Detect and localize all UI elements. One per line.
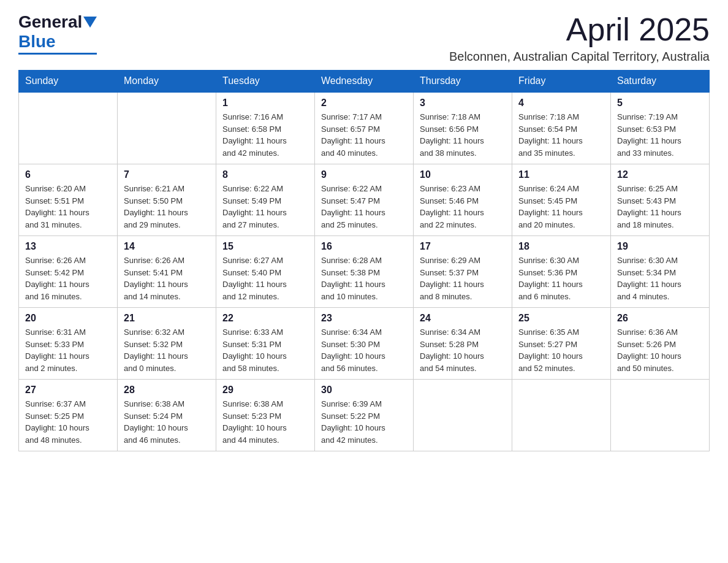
title-section: April 2025 Belconnen, Australian Capital… [449,12,710,64]
day-number: 9 [321,169,407,180]
weekday-header-row: SundayMondayTuesdayWednesdayThursdayFrid… [19,71,710,93]
day-number: 27 [25,385,111,396]
calendar-cell: 11Sunrise: 6:24 AM Sunset: 5:45 PM Dayli… [512,164,611,236]
day-number: 4 [518,98,604,109]
day-info: Sunrise: 6:26 AM Sunset: 5:42 PM Dayligh… [25,255,111,302]
calendar-cell [512,380,611,451]
day-info: Sunrise: 6:23 AM Sunset: 5:46 PM Dayligh… [420,183,506,231]
day-number: 6 [25,169,111,180]
svg-marker-0 [83,17,97,28]
day-number: 28 [124,385,210,396]
day-number: 11 [518,169,604,180]
calendar-cell: 22Sunrise: 6:33 AM Sunset: 5:31 PM Dayli… [216,308,315,380]
calendar-cell: 15Sunrise: 6:27 AM Sunset: 5:40 PM Dayli… [216,236,315,308]
calendar-cell [611,380,710,451]
day-number: 18 [518,241,604,252]
day-info: Sunrise: 6:34 AM Sunset: 5:28 PM Dayligh… [420,326,506,374]
day-info: Sunrise: 6:34 AM Sunset: 5:30 PM Dayligh… [321,326,407,374]
day-info: Sunrise: 6:31 AM Sunset: 5:33 PM Dayligh… [25,326,111,374]
calendar-cell: 24Sunrise: 6:34 AM Sunset: 5:28 PM Dayli… [414,308,512,380]
calendar-cell: 1Sunrise: 7:16 AM Sunset: 6:58 PM Daylig… [216,92,315,164]
day-info: Sunrise: 6:21 AM Sunset: 5:50 PM Dayligh… [124,183,210,231]
calendar-cell: 12Sunrise: 6:25 AM Sunset: 5:43 PM Dayli… [611,164,710,236]
day-number: 3 [420,98,506,109]
day-info: Sunrise: 6:37 AM Sunset: 5:25 PM Dayligh… [25,398,111,446]
calendar-week-row: 1Sunrise: 7:16 AM Sunset: 6:58 PM Daylig… [19,92,710,164]
calendar-cell: 30Sunrise: 6:39 AM Sunset: 5:22 PM Dayli… [315,380,414,451]
calendar-cell: 13Sunrise: 6:26 AM Sunset: 5:42 PM Dayli… [19,236,118,308]
day-number: 29 [222,385,308,396]
day-number: 20 [25,313,111,324]
day-info: Sunrise: 6:22 AM Sunset: 5:47 PM Dayligh… [321,183,407,231]
day-number: 7 [124,169,210,180]
calendar-cell: 26Sunrise: 6:36 AM Sunset: 5:26 PM Dayli… [611,308,710,380]
day-number: 5 [617,98,703,109]
day-info: Sunrise: 7:17 AM Sunset: 6:57 PM Dayligh… [321,111,407,159]
calendar-week-row: 20Sunrise: 6:31 AM Sunset: 5:33 PM Dayli… [19,308,710,380]
calendar-cell [19,92,118,164]
calendar-week-row: 27Sunrise: 6:37 AM Sunset: 5:25 PM Dayli… [19,380,710,451]
day-info: Sunrise: 7:18 AM Sunset: 6:54 PM Dayligh… [518,111,604,159]
calendar-cell: 5Sunrise: 7:19 AM Sunset: 6:53 PM Daylig… [611,92,710,164]
day-info: Sunrise: 7:19 AM Sunset: 6:53 PM Dayligh… [617,111,703,159]
day-info: Sunrise: 7:16 AM Sunset: 6:58 PM Dayligh… [222,111,308,159]
day-info: Sunrise: 7:18 AM Sunset: 6:56 PM Dayligh… [420,111,506,159]
day-info: Sunrise: 6:35 AM Sunset: 5:27 PM Dayligh… [518,326,604,374]
day-number: 1 [222,98,308,109]
calendar-cell [414,380,512,451]
calendar-cell: 16Sunrise: 6:28 AM Sunset: 5:38 PM Dayli… [315,236,414,308]
day-number: 19 [617,241,703,252]
day-number: 15 [222,241,308,252]
calendar-week-row: 6Sunrise: 6:20 AM Sunset: 5:51 PM Daylig… [19,164,710,236]
calendar-cell: 6Sunrise: 6:20 AM Sunset: 5:51 PM Daylig… [19,164,118,236]
calendar-cell: 27Sunrise: 6:37 AM Sunset: 5:25 PM Dayli… [19,380,118,451]
day-info: Sunrise: 6:27 AM Sunset: 5:40 PM Dayligh… [222,255,308,302]
day-number: 2 [321,98,407,109]
calendar-cell: 14Sunrise: 6:26 AM Sunset: 5:41 PM Dayli… [118,236,216,308]
day-number: 12 [617,169,703,180]
day-info: Sunrise: 6:32 AM Sunset: 5:32 PM Dayligh… [124,326,210,374]
day-number: 23 [321,313,407,324]
day-info: Sunrise: 6:22 AM Sunset: 5:49 PM Dayligh… [222,183,308,231]
calendar-cell [118,92,216,164]
calendar-cell: 7Sunrise: 6:21 AM Sunset: 5:50 PM Daylig… [118,164,216,236]
calendar-cell: 8Sunrise: 6:22 AM Sunset: 5:49 PM Daylig… [216,164,315,236]
day-info: Sunrise: 6:38 AM Sunset: 5:23 PM Dayligh… [222,398,308,446]
day-number: 26 [617,313,703,324]
calendar-cell: 3Sunrise: 7:18 AM Sunset: 6:56 PM Daylig… [414,92,512,164]
calendar-cell: 18Sunrise: 6:30 AM Sunset: 5:36 PM Dayli… [512,236,611,308]
day-info: Sunrise: 6:25 AM Sunset: 5:43 PM Dayligh… [617,183,703,231]
logo-underline [18,53,97,55]
logo-triangle-icon [83,17,97,30]
day-info: Sunrise: 6:28 AM Sunset: 5:38 PM Dayligh… [321,255,407,302]
logo-blue-text: Blue [18,32,56,52]
calendar-cell: 29Sunrise: 6:38 AM Sunset: 5:23 PM Dayli… [216,380,315,451]
weekday-header-wednesday: Wednesday [315,71,414,93]
day-info: Sunrise: 6:24 AM Sunset: 5:45 PM Dayligh… [518,183,604,231]
day-info: Sunrise: 6:38 AM Sunset: 5:24 PM Dayligh… [124,398,210,446]
weekday-header-monday: Monday [118,71,216,93]
calendar-cell: 17Sunrise: 6:29 AM Sunset: 5:37 PM Dayli… [414,236,512,308]
day-number: 22 [222,313,308,324]
day-info: Sunrise: 6:29 AM Sunset: 5:37 PM Dayligh… [420,255,506,302]
day-number: 21 [124,313,210,324]
day-info: Sunrise: 6:20 AM Sunset: 5:51 PM Dayligh… [25,183,111,231]
logo-general-text: General [18,12,82,32]
page-header: General Blue April 2025 Belconnen, Austr… [18,12,710,64]
weekday-header-thursday: Thursday [414,71,512,93]
day-number: 17 [420,241,506,252]
calendar-cell: 4Sunrise: 7:18 AM Sunset: 6:54 PM Daylig… [512,92,611,164]
day-info: Sunrise: 6:33 AM Sunset: 5:31 PM Dayligh… [222,326,308,374]
calendar-cell: 20Sunrise: 6:31 AM Sunset: 5:33 PM Dayli… [19,308,118,380]
day-number: 8 [222,169,308,180]
logo: General Blue [18,12,97,55]
day-info: Sunrise: 6:36 AM Sunset: 5:26 PM Dayligh… [617,326,703,374]
day-info: Sunrise: 6:26 AM Sunset: 5:41 PM Dayligh… [124,255,210,302]
calendar-cell: 23Sunrise: 6:34 AM Sunset: 5:30 PM Dayli… [315,308,414,380]
calendar-cell: 9Sunrise: 6:22 AM Sunset: 5:47 PM Daylig… [315,164,414,236]
calendar-cell: 10Sunrise: 6:23 AM Sunset: 5:46 PM Dayli… [414,164,512,236]
weekday-header-tuesday: Tuesday [216,71,315,93]
month-year-title: April 2025 [449,12,710,47]
calendar-cell: 25Sunrise: 6:35 AM Sunset: 5:27 PM Dayli… [512,308,611,380]
day-info: Sunrise: 6:39 AM Sunset: 5:22 PM Dayligh… [321,398,407,446]
